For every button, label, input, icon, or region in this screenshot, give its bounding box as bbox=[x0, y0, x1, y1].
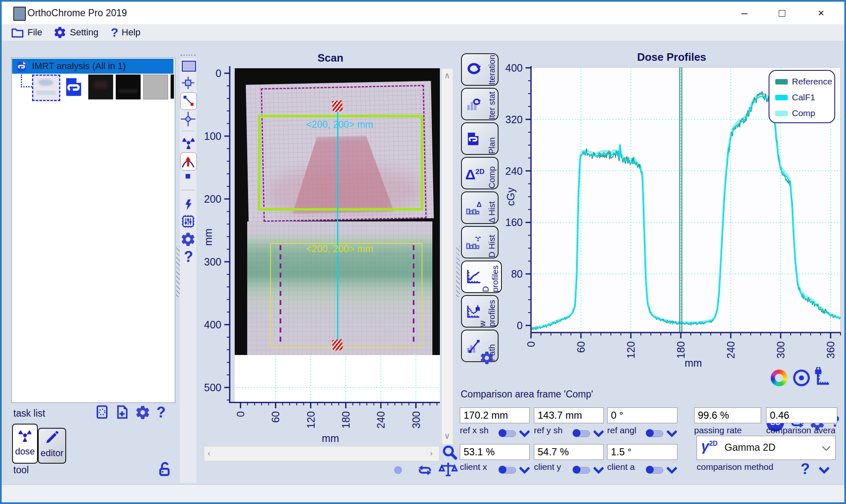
close-button[interactable]: × bbox=[811, 5, 831, 21]
scroll-up-icon[interactable]: ∧ bbox=[444, 71, 450, 79]
profile-marker-top[interactable] bbox=[332, 100, 343, 112]
dropdown-chevron-icon bbox=[822, 444, 832, 452]
client-x-slider[interactable] bbox=[499, 467, 516, 474]
tab-plan[interactable]: Plan bbox=[461, 122, 499, 155]
method-chevron-icon[interactable] bbox=[819, 464, 829, 473]
task-item-selected[interactable]: IMRT analysis (All in 1) bbox=[12, 59, 174, 74]
add-document-icon[interactable] bbox=[115, 405, 130, 420]
minimize-button[interactable]: – bbox=[735, 5, 754, 21]
ref-y-shift-slider[interactable] bbox=[573, 430, 590, 437]
svg-text:360: 360 bbox=[825, 341, 836, 359]
method-help-icon[interactable]: ? bbox=[801, 460, 810, 478]
svg-text:120: 120 bbox=[305, 411, 317, 429]
tab-d-profiles[interactable]: D profiles bbox=[461, 261, 502, 293]
passing-rate-field[interactable] bbox=[694, 407, 761, 423]
tab-delta-hist[interactable]: Δ Hist bbox=[461, 191, 499, 224]
tool-label: tool bbox=[13, 464, 29, 476]
scroll-down-icon[interactable]: ∨ bbox=[444, 432, 450, 440]
toolbar-drag-handle[interactable] bbox=[181, 55, 196, 56]
client-angle-chevron-icon[interactable] bbox=[667, 464, 677, 473]
crosshair-tool-icon[interactable] bbox=[180, 111, 196, 127]
tab-iter-stat[interactable]: Iter stat bbox=[461, 88, 499, 120]
client-x-chevron-icon[interactable] bbox=[519, 464, 529, 473]
rectangle-tool-icon[interactable] bbox=[182, 61, 196, 72]
title-bar: OrthoChrome Pro 2019 – □ × bbox=[2, 2, 844, 24]
menu-file[interactable]: File bbox=[11, 25, 42, 40]
menu-help[interactable]: ? Help bbox=[111, 25, 141, 40]
tool-tab-editor[interactable]: editor bbox=[38, 428, 66, 464]
client-y-chevron-icon[interactable] bbox=[593, 464, 603, 473]
client-y-slider[interactable] bbox=[573, 467, 590, 474]
point-tool-icon[interactable] bbox=[186, 174, 190, 179]
svg-text:500: 500 bbox=[204, 382, 221, 393]
splitter-grip-left[interactable] bbox=[176, 246, 180, 297]
color-wheel-icon[interactable] bbox=[771, 370, 787, 386]
maximize-button[interactable]: □ bbox=[772, 5, 791, 21]
profile-line[interactable] bbox=[337, 106, 338, 345]
ref-angle-field[interactable] bbox=[607, 407, 677, 423]
ref-x-shift-label: ref x sh bbox=[460, 425, 498, 435]
loop-icon-scan[interactable] bbox=[416, 462, 434, 479]
scan-vertical-scrollbar[interactable]: ∧ ∨ bbox=[442, 68, 453, 444]
client-angle-field[interactable] bbox=[607, 444, 677, 460]
scales-icon[interactable] bbox=[439, 460, 458, 479]
profile-marker-bottom[interactable] bbox=[332, 339, 343, 351]
ref-x-shift-slider[interactable] bbox=[499, 430, 516, 437]
tab-iteration[interactable]: Iteration bbox=[461, 53, 499, 86]
film-edge-dashed-right bbox=[413, 245, 414, 345]
dose-tool-icon[interactable] bbox=[181, 135, 196, 151]
svg-text:mm: mm bbox=[322, 432, 339, 444]
toolbar-help-icon[interactable]: ? bbox=[184, 248, 193, 266]
adjust-panel-icon[interactable] bbox=[181, 214, 196, 229]
select-document-icon[interactable] bbox=[95, 405, 110, 420]
toolbar-gear-icon[interactable] bbox=[180, 231, 196, 247]
tab-comp[interactable]: Δ2D Comp bbox=[461, 157, 499, 189]
d-profiles-icon bbox=[465, 268, 482, 285]
target-icon[interactable] bbox=[793, 370, 810, 386]
scan-thumbnail-clipped[interactable] bbox=[171, 74, 174, 99]
ref-angle-chevron-icon[interactable] bbox=[667, 428, 677, 436]
scan-horizontal-scrollbar[interactable]: ‹ › bbox=[204, 446, 439, 461]
doc-thumbnail-icon[interactable] bbox=[62, 74, 85, 99]
tab-w-profiles[interactable]: w profiles bbox=[461, 295, 499, 328]
legend-swatch-reference bbox=[775, 79, 788, 84]
task-settings-gear-icon[interactable] bbox=[135, 405, 151, 420]
zoom-search-icon[interactable] bbox=[441, 444, 459, 461]
status-bar bbox=[2, 484, 844, 503]
svg-text:160: 160 bbox=[505, 216, 523, 228]
svg-text:400: 400 bbox=[204, 319, 221, 330]
menu-setting[interactable]: Setting bbox=[53, 25, 99, 40]
client-x-field[interactable] bbox=[460, 444, 530, 460]
lock-open-icon[interactable] bbox=[156, 461, 173, 478]
comparison-method-select[interactable]: γ2D Gamma 2D bbox=[697, 436, 836, 460]
tool-tab-dose[interactable]: dose bbox=[12, 424, 38, 464]
frame-size-label-top: <200, 200> mm bbox=[277, 119, 402, 130]
scan-thumbnail-gray[interactable] bbox=[143, 74, 168, 99]
client-angle-slider[interactable] bbox=[647, 467, 663, 474]
ref-angle-slider[interactable] bbox=[647, 430, 663, 437]
task-help-icon[interactable]: ? bbox=[156, 404, 166, 421]
legend-item-reference: Reference bbox=[775, 77, 832, 87]
splitter-grip-right[interactable] bbox=[456, 246, 460, 297]
crop-center-tool-icon[interactable] bbox=[181, 76, 195, 90]
flash-tool-icon[interactable] bbox=[182, 197, 195, 212]
comparison-average-field[interactable] bbox=[766, 407, 837, 423]
delta-hist-icon bbox=[465, 199, 482, 216]
ref-x-chevron-icon[interactable] bbox=[519, 428, 529, 436]
scan-thumbnail-dark-2[interactable] bbox=[116, 74, 141, 99]
tab-d-hist[interactable]: D Hist bbox=[461, 226, 499, 258]
scroll-left-icon[interactable]: ‹ bbox=[208, 449, 211, 457]
scan-thumbnail-selected[interactable] bbox=[32, 74, 60, 101]
ref-y-chevron-icon[interactable] bbox=[593, 428, 603, 436]
comp-frame-bottom[interactable] bbox=[270, 243, 422, 348]
scan-thumbnail-dark-1[interactable] bbox=[88, 74, 113, 99]
scroll-right-icon[interactable]: › bbox=[430, 449, 433, 457]
line-profile-tool-button[interactable] bbox=[180, 92, 197, 110]
tab-strip-gear-icon[interactable] bbox=[479, 350, 494, 365]
peak-tool-button[interactable] bbox=[180, 152, 197, 171]
pencil-icon bbox=[44, 430, 60, 445]
axis-lock-icon[interactable] bbox=[812, 367, 831, 386]
ref-x-shift-field[interactable] bbox=[460, 407, 530, 423]
client-y-field[interactable] bbox=[534, 444, 604, 460]
ref-y-shift-field[interactable] bbox=[534, 407, 604, 423]
